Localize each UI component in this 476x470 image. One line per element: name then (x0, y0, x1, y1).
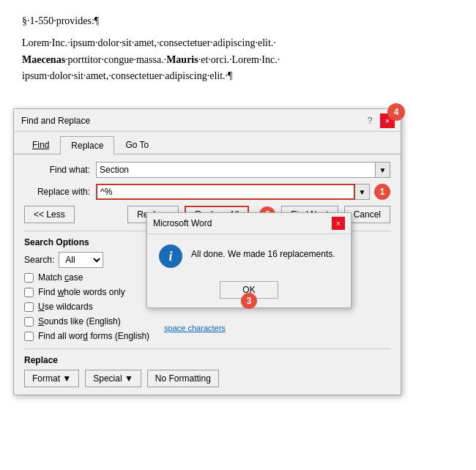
match-case-label: Match case (38, 272, 83, 283)
msgbox-body: i All done. We made 16 replacements. (147, 234, 351, 277)
help-button[interactable]: ? (362, 113, 377, 128)
format-button[interactable]: Format ▼ (24, 370, 79, 387)
tab-replace[interactable]: Replace (60, 136, 114, 154)
format-btn-row: Format ▼ Special ▼ No Formatting (24, 370, 390, 387)
whole-words-label: Find whole words only (38, 287, 125, 297)
less-button[interactable]: << Less (24, 206, 75, 223)
checkbox-wildcards: Use wildcards (24, 302, 149, 312)
info-text-2[interactable]: space characters (164, 324, 226, 332)
replace-dropdown[interactable]: ▼ (355, 184, 370, 200)
find-what-row: Find what: ▼ (24, 162, 390, 178)
dialog-controls: ? × 4 (362, 113, 395, 128)
tab-goto[interactable]: Go To (114, 136, 160, 154)
checkbox-sounds-like: Sounds like (English) (24, 316, 149, 327)
msgbox-title: Microsoft Word (153, 218, 212, 228)
special-button[interactable]: Special ▼ (85, 370, 141, 387)
checkbox-col-left: Match case Find whole words only Use wil… (24, 272, 149, 344)
msgbox: Microsoft Word × i All done. We made 16 … (146, 212, 352, 308)
callout-1: 1 (374, 184, 390, 200)
replace-label: Replace with: (24, 187, 90, 197)
dialog-tabs: Find Replace Go To (14, 132, 401, 154)
replace-section: Replace Format ▼ Special ▼ No Formatting (24, 355, 390, 387)
whole-words-checkbox[interactable] (24, 288, 34, 297)
match-case-checkbox[interactable] (24, 273, 34, 283)
info-icon: i (159, 245, 182, 268)
msgbox-message: All done. We made 16 replacements. (191, 245, 335, 261)
callout-4: 4 (387, 103, 405, 121)
no-formatting-button[interactable]: No Formatting (147, 370, 219, 387)
msgbox-footer: OK 3 (147, 277, 351, 307)
tab-find[interactable]: Find (21, 136, 60, 154)
msgbox-close-button[interactable]: × (332, 217, 345, 230)
doc-line2: Lorem·Inc.·ipsum·dolor·sit·amet,·consect… (22, 35, 454, 84)
find-input-wrap: ▼ (96, 162, 390, 178)
checkbox-word-forms: Find all word forms (English) (24, 331, 149, 341)
word-forms-label: Find all word forms (English) (38, 331, 149, 341)
divider2 (24, 348, 390, 349)
replace-section-title: Replace (24, 355, 390, 365)
sounds-like-checkbox[interactable] (24, 317, 34, 327)
checkbox-whole-words: Find whole words only (24, 287, 149, 297)
msgbox-titlebar: Microsoft Word × (147, 213, 351, 234)
doc-line1: §·1-550·provides:¶ (22, 13, 454, 29)
sounds-like-label: Sounds like (English) (38, 316, 121, 327)
find-dropdown[interactable]: ▼ (376, 162, 390, 178)
search-select[interactable]: All Up Down (59, 252, 103, 268)
dialog-titlebar: Find and Replace ? × 4 (14, 109, 401, 132)
find-label: Find what: (24, 165, 90, 175)
replace-input-wrap: ▼ (96, 184, 370, 200)
checkbox-match-case: Match case (24, 272, 149, 283)
search-label: Search: (24, 255, 54, 265)
wildcards-label: Use wildcards (38, 302, 93, 312)
wildcards-checkbox[interactable] (24, 302, 34, 312)
word-forms-checkbox[interactable] (24, 332, 34, 341)
replace-with-row: Replace with: ▼ 1 (24, 184, 390, 200)
dialog-title: Find and Replace (21, 116, 90, 126)
callout-3: 3 (241, 293, 257, 309)
find-input[interactable] (96, 162, 376, 178)
replace-input[interactable] (96, 184, 355, 200)
